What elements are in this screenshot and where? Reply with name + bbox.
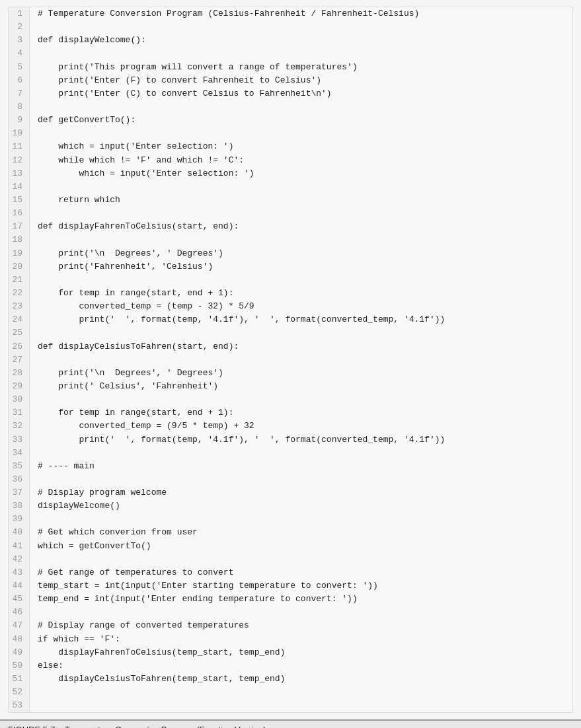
line-number: 34 [9,447,30,460]
line-content: while which != 'F' and which != 'C': [30,154,572,167]
code-line: 52 [9,686,572,699]
line-number: 33 [9,433,30,447]
line-content: # ---- main [30,460,572,473]
line-content: def displayWelcome(): [30,34,572,47]
line-content: temp_start = int(input('Enter starting t… [30,579,572,593]
line-number: 35 [9,460,30,473]
code-line: 27 [9,353,572,367]
line-number: 36 [9,473,30,486]
code-line: 18 [9,233,572,246]
line-number: 10 [9,127,30,140]
code-line: 44temp_start = int(input('Enter starting… [9,579,572,593]
code-line: 31 for temp in range(start, end + 1): [9,406,572,419]
line-content: print(' ', format(temp, '4.1f'), ' ', fo… [30,433,572,447]
line-content: # Temperature Conversion Program (Celsiu… [30,7,572,20]
line-number: 14 [9,180,30,194]
line-number: 2 [9,20,30,34]
line-content: which = getConvertTo() [30,540,572,553]
code-line: 42 [9,553,572,566]
line-number: 31 [9,406,30,419]
line-number: 17 [9,220,30,233]
line-number: 20 [9,260,30,273]
line-content: print('Enter (C) to convert Celsius to F… [30,87,572,100]
line-number: 16 [9,207,30,220]
code-line: 46 [9,606,572,619]
code-line: 33 print(' ', format(temp, '4.1f'), ' ',… [9,433,572,447]
line-content [30,513,572,526]
code-line: 1# Temperature Conversion Program (Celsi… [9,7,572,20]
line-number: 7 [9,87,30,100]
code-line: 32 converted_temp = (9/5 * temp) + 32 [9,419,572,433]
line-content: print('\n Degrees', ' Degrees') [30,367,572,380]
line-content: print('Fahrenheit', 'Celsius') [30,260,572,273]
line-content [30,606,572,619]
line-number: 40 [9,526,30,539]
line-number: 45 [9,593,30,606]
line-content: def getConvertTo(): [30,114,572,127]
line-content [30,47,572,60]
line-content: print('\n Degrees', ' Degrees') [30,247,572,260]
line-number: 41 [9,540,30,553]
line-number: 23 [9,300,30,313]
code-line: 30 [9,393,572,406]
code-line: 21 [9,273,572,287]
line-content [30,207,572,220]
code-line: 7 print('Enter (C) to convert Celsius to… [9,87,572,100]
code-line: 29 print(' Celsius', 'Fahrenheit') [9,380,572,393]
code-line: 47# Display range of converted temperatu… [9,619,572,632]
line-content [30,353,572,367]
line-content [30,100,572,114]
code-line: 3def displayWelcome(): [9,34,572,47]
line-number: 49 [9,646,30,659]
line-content: return which [30,194,572,207]
code-line: 37# Display program welcome [9,486,572,499]
code-line: 45temp_end = int(input('Enter ending tem… [9,593,572,606]
line-number: 38 [9,499,30,513]
code-line: 16 [9,207,572,220]
line-number: 5 [9,61,30,74]
code-line: 36 [9,473,572,486]
line-content: for temp in range(start, end + 1): [30,287,572,300]
code-line: 35# ---- main [9,460,572,473]
code-line: 4 [9,47,572,60]
line-content [30,127,572,140]
code-line: 53 [9,699,572,712]
line-number: 53 [9,699,30,712]
line-content: for temp in range(start, end + 1): [30,406,572,419]
line-content [30,473,572,486]
code-line: 15 return which [9,194,572,207]
code-line: 26def displayCelsiusToFahren(start, end)… [9,340,572,353]
line-number: 13 [9,167,30,180]
line-number: 12 [9,154,30,167]
line-number: 8 [9,100,30,114]
line-number: 24 [9,313,30,326]
line-number: 32 [9,419,30,433]
line-number: 52 [9,686,30,699]
caption-bar: FIGURE 5-7 Temperature Conversion Progra… [0,719,581,728]
line-number: 29 [9,380,30,393]
line-number: 19 [9,247,30,260]
code-line: 39 [9,513,572,526]
line-content: which = input('Enter selection: ') [30,167,572,180]
line-content [30,393,572,406]
line-content: # Display program welcome [30,486,572,499]
line-content [30,686,572,699]
code-line: 50else: [9,659,572,673]
line-number: 42 [9,553,30,566]
code-line: 17def displayFahrenToCelsius(start, end)… [9,220,572,233]
line-number: 26 [9,340,30,353]
line-number: 22 [9,287,30,300]
line-content [30,699,572,712]
line-number: 28 [9,367,30,380]
line-content: else: [30,659,572,673]
code-line: 14 [9,180,572,194]
line-content: converted_temp = (9/5 * temp) + 32 [30,419,572,433]
code-line: 12 while which != 'F' and which != 'C': [9,154,572,167]
code-line: 51 displayCelsiusToFahren(temp_start, te… [9,673,572,686]
code-line: 28 print('\n Degrees', ' Degrees') [9,367,572,380]
line-content [30,273,572,287]
line-content: print(' Celsius', 'Fahrenheit') [30,380,572,393]
line-content [30,233,572,246]
code-line: 2 [9,20,572,34]
line-number: 21 [9,273,30,287]
